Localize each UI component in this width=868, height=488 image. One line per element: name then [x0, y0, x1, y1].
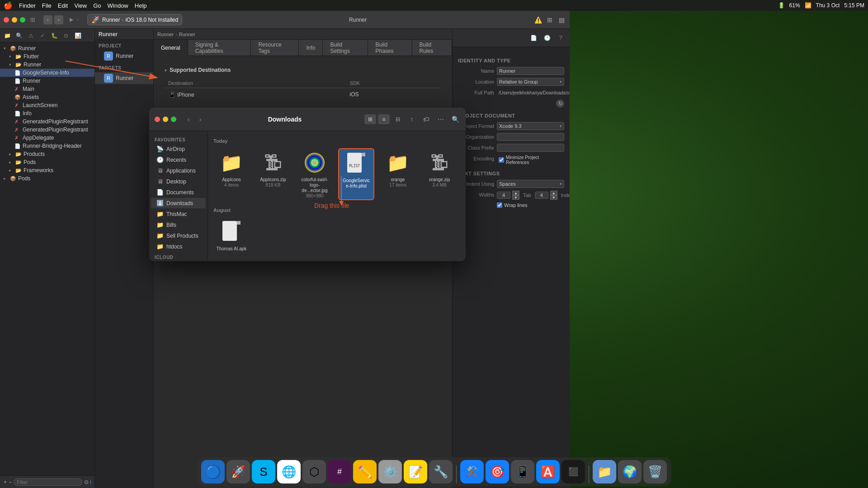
tree-bridging-header[interactable]: 📄 Runner-Bridging-Header — [0, 142, 94, 150]
split-editor-icon[interactable]: ⊞ — [545, 15, 554, 24]
finder-search-button[interactable]: 🔍 — [450, 114, 460, 124]
remove-item-button[interactable]: − — [9, 478, 12, 487]
sidebar-item-thismac[interactable]: 📁 ThisMac — [151, 209, 206, 219]
inspector-quick-help-icon[interactable]: ? — [555, 33, 566, 43]
dock-simulator[interactable]: 📱 — [511, 460, 534, 483]
refresh-path-button[interactable]: ↻ — [556, 99, 564, 108]
dock-instruments[interactable]: 🎯 — [486, 460, 509, 483]
sidebar-item-desktop[interactable]: 🖥 Desktop — [151, 176, 206, 187]
inspector-format-dropdown[interactable]: Xcode 9.3 ▾ — [497, 122, 564, 130]
list-view-button[interactable]: ≡ — [378, 114, 390, 124]
tree-generatedplugin1[interactable]: ✗ GeneratedPluginRegistrant — [0, 117, 94, 126]
more-options-button[interactable]: ⋯ — [435, 114, 447, 124]
file-appicons[interactable]: 📁 AppIcons 4 items — [213, 148, 250, 200]
target-runner-item[interactable]: R Runner — [95, 72, 153, 84]
finder-back-button[interactable]: ‹ — [184, 114, 193, 124]
sidebar-item-bills[interactable]: 📁 Bills — [151, 220, 206, 230]
dock-appstore[interactable]: 🅰️ — [536, 460, 560, 483]
sidebar-item-sell-products[interactable]: 📁 Sell Products — [151, 230, 206, 241]
tab-general[interactable]: General — [154, 40, 188, 56]
section-triangle[interactable]: ▾ — [165, 68, 167, 73]
finder-close-button[interactable] — [155, 117, 160, 122]
inspector-history-icon[interactable]: 🕐 — [542, 33, 552, 43]
tree-runner-file[interactable]: 📄 Runner — [0, 77, 94, 85]
inspector-toggle-icon[interactable]: ▤ — [557, 15, 566, 24]
tree-pods[interactable]: ▸ 📂 Pods — [0, 158, 94, 166]
tree-runner-root[interactable]: ▾ 📦 Runner — [0, 44, 94, 52]
tree-assets[interactable]: 📦 Assets — [0, 93, 94, 101]
forward-button[interactable]: › — [54, 15, 63, 24]
file-orange-zip[interactable]: 🗜 orange.zip 3.4 MB — [421, 148, 458, 200]
minimize-button[interactable] — [12, 17, 17, 23]
tab-signing[interactable]: Signing & Capabilities — [188, 40, 251, 56]
tree-info[interactable]: 📄 Info — [0, 109, 94, 117]
tab-info[interactable]: Info — [299, 40, 323, 56]
filter-options-icon[interactable]: ⊙ — [84, 478, 89, 487]
nav-reports-icon[interactable]: 📊 — [72, 30, 83, 41]
tab-build-settings[interactable]: Build Settings — [323, 40, 368, 56]
tab-build-rules[interactable]: Build Rules — [412, 40, 452, 56]
tab-width-input[interactable]: 4 — [497, 192, 510, 199]
menu-window[interactable]: Window — [108, 2, 128, 9]
sidebar-toggle-icon[interactable]: ⊞ — [28, 15, 37, 24]
menu-edit[interactable]: Edit — [58, 2, 68, 9]
nav-files-icon[interactable]: 📁 — [2, 30, 13, 41]
sidebar-item-airdrop[interactable]: 📡 AirDrop — [151, 144, 206, 154]
dock-notes[interactable]: 📝 — [404, 460, 427, 483]
inspector-class-prefix-value[interactable] — [497, 144, 564, 152]
file-thomas-apk[interactable]: Thomas AI.apk — [213, 217, 250, 253]
inspector-file-icon[interactable]: 📄 — [528, 33, 539, 43]
breadcrumb-runner2[interactable]: Runner — [179, 32, 195, 37]
sidebar-item-downloads[interactable]: ⬇️ Downloads — [151, 198, 206, 208]
tree-appdelegate[interactable]: ✗ AppDelegate — [0, 134, 94, 142]
sidebar-item-recents[interactable]: 🕐 Recents — [151, 155, 206, 165]
tag-button[interactable]: 🏷 — [420, 114, 432, 124]
dock-launchpad[interactable]: 🚀 — [226, 460, 250, 483]
menu-help[interactable]: Help — [135, 2, 147, 9]
apple-menu[interactable]: 🍎 — [4, 1, 13, 10]
fullscreen-button[interactable] — [20, 17, 25, 23]
menu-file[interactable]: File — [42, 2, 52, 9]
inspector-indent-using-dropdown[interactable]: Spaces ▾ — [497, 180, 564, 188]
project-runner-item[interactable]: R Runner — [95, 50, 153, 62]
file-appicons-zip[interactable]: 🗜 AppIcons.zip 818 KB — [255, 148, 291, 200]
sidebar-item-applications[interactable]: 🖥 Applications — [151, 165, 206, 176]
sidebar-item-htdocs[interactable]: 📁 htdocs — [151, 241, 206, 252]
tree-products[interactable]: ▸ 📂 Products — [0, 150, 94, 158]
dock-trash[interactable]: 🗑️ — [643, 460, 667, 483]
dock-system-prefs[interactable]: ⚙️ — [378, 460, 402, 483]
dock-sketch[interactable]: ✏️ — [353, 460, 377, 483]
tree-pods-root[interactable]: ▸ 📦 Pods — [0, 174, 94, 183]
table-row[interactable]: 📱 iPhone iOS — [165, 88, 441, 101]
encoding-checkbox[interactable] — [499, 157, 504, 163]
nav-debug-icon[interactable]: 🐛 — [49, 30, 60, 41]
tree-main[interactable]: ✗ Main — [0, 85, 94, 93]
finder-forward-button[interactable]: › — [195, 114, 205, 124]
tree-runner-sub[interactable]: ▾ 📂 Runner — [0, 61, 94, 69]
menu-view[interactable]: View — [74, 2, 87, 9]
dock-skype[interactable]: S — [252, 460, 275, 483]
back-button[interactable]: ‹ — [43, 15, 52, 24]
menu-go[interactable]: Go — [93, 2, 101, 9]
nav-search-icon[interactable]: 🔍 — [14, 30, 24, 41]
tree-frameworks[interactable]: ▸ 📂 Frameworks — [0, 166, 94, 174]
dock-slack[interactable]: # — [328, 460, 351, 483]
inspector-org-value[interactable] — [497, 133, 564, 141]
dock-xcode[interactable]: ⚒️ — [460, 460, 484, 483]
tree-flutter[interactable]: ▾ 📂 Flutter — [0, 52, 94, 61]
filter-input[interactable] — [14, 479, 82, 486]
nav-breakpoints-icon[interactable]: ⊙ — [61, 30, 71, 41]
dock-utilities[interactable]: 🔧 — [429, 460, 453, 483]
menu-finder[interactable]: Finder — [19, 2, 36, 9]
sidebar-item-documents[interactable]: 📄 Documents — [151, 187, 206, 197]
nav-issues-icon[interactable]: ⚠ — [25, 30, 36, 41]
dock-chrome[interactable]: 🌐 — [277, 460, 301, 483]
finder-minimize-button[interactable] — [163, 117, 168, 122]
indent-increment-button[interactable]: ▲ — [550, 191, 557, 195]
dock-finder2[interactable]: 📁 — [593, 460, 616, 483]
wrap-lines-checkbox[interactable] — [497, 202, 502, 208]
file-googleservice[interactable]: PLIST GoogleService-Info.plist — [338, 148, 374, 200]
tab-resource-tags[interactable]: Resource Tags — [251, 40, 299, 56]
tree-launchscreen[interactable]: ✗ LaunchScreen — [0, 101, 94, 109]
share-button[interactable]: ↑ — [406, 114, 418, 124]
